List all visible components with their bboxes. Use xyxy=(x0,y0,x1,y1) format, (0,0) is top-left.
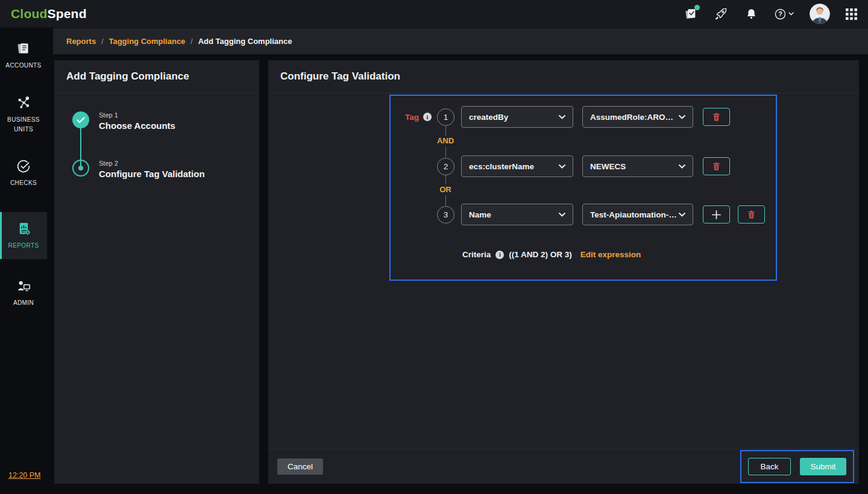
chevron-down-icon xyxy=(559,213,565,217)
sidebar-item-business-units[interactable]: BUSINESS UNITS xyxy=(0,95,47,134)
rule-number-badge: 1 xyxy=(437,108,454,126)
logo-part-spend: Spend xyxy=(47,7,86,20)
help-icon[interactable]: ? xyxy=(774,8,794,20)
criteria-expression: ((1 AND 2) OR 3) xyxy=(509,250,572,259)
logo-part-cloud: Cloud xyxy=(11,7,47,20)
connector-and-label: AND xyxy=(436,136,455,145)
wizard-footer: Cancel Back Submit xyxy=(268,449,859,484)
accounts-icon xyxy=(16,41,31,57)
notification-badge-dot xyxy=(694,5,700,10)
sidebar-item-admin[interactable]: ADMIN xyxy=(0,278,47,308)
tag-rule-row-3: 3 Name Test-Apiautomation-env xyxy=(437,204,765,225)
criteria-row: Criteria i ((1 AND 2) OR 3) Edit express… xyxy=(462,250,641,259)
tag-value-dropdown-2[interactable]: NEWECS xyxy=(582,155,693,177)
tag-value-dropdown-1[interactable]: AssumedRole:AROAQ... xyxy=(582,106,693,128)
rocket-icon[interactable] xyxy=(714,7,728,21)
sidebar: ACCOUNTS BUSINESS UNITS CHECKS xyxy=(0,28,47,494)
tag-info-icon[interactable]: i xyxy=(423,113,432,121)
stepper: Step 1 Choose Accounts Step 2 Configure … xyxy=(72,111,259,179)
reports-icon xyxy=(16,220,32,237)
chevron-down-icon xyxy=(679,164,685,169)
sidebar-item-accounts[interactable]: ACCOUNTS xyxy=(0,41,47,70)
chevron-down-icon xyxy=(679,213,685,217)
criteria-info-icon[interactable]: i xyxy=(495,251,504,259)
tag-rule-row-1: 1 createdBy AssumedRole:AROAQ... xyxy=(437,106,730,128)
tag-rule-row-2: 2 ecs:clusterName NEWECS xyxy=(437,155,730,177)
sidebar-item-label: REPORTS xyxy=(8,241,39,251)
breadcrumb: Reports / Tagging Compliance / Add Taggi… xyxy=(53,28,868,54)
breadcrumb-current: Add Tagging Compliance xyxy=(198,37,292,46)
sidebar-item-reports[interactable]: REPORTS xyxy=(0,212,47,259)
tag-label: Tag xyxy=(405,113,419,122)
breadcrumb-tagging-compliance[interactable]: Tagging Compliance xyxy=(108,37,185,46)
avatar[interactable] xyxy=(810,4,830,24)
tag-value-dropdown-3[interactable]: Test-Apiautomation-env xyxy=(582,204,693,225)
topbar: CloudSpend ? xyxy=(0,0,868,28)
step-1-label: Step 1 xyxy=(99,111,175,119)
step-1-choose-accounts[interactable]: Step 1 Choose Accounts xyxy=(72,111,259,131)
cloudspend-logo[interactable]: CloudSpend xyxy=(11,7,87,21)
rule-number-badge: 2 xyxy=(437,158,454,175)
tag-key-dropdown-3[interactable]: Name xyxy=(461,204,573,225)
business-units-icon xyxy=(16,95,32,111)
stepper-panel: Add Tagging Compliance Step 1 Choose Acc… xyxy=(54,60,259,484)
breadcrumb-reports[interactable]: Reports xyxy=(66,37,96,46)
tag-key-dropdown-1[interactable]: createdBy xyxy=(461,106,573,128)
stepper-panel-title: Add Tagging Compliance xyxy=(54,60,259,93)
footer-highlight-box: Back Submit xyxy=(740,450,854,483)
step-connector-line xyxy=(80,128,81,168)
connector-or-label: OR xyxy=(438,185,453,194)
step-2-title: Configure Tag Validation xyxy=(99,169,205,179)
sidebar-item-label: ADMIN xyxy=(13,298,34,308)
sidebar-item-label: BUSINESS UNITS xyxy=(4,115,43,134)
step-2-label: Step 2 xyxy=(99,160,205,167)
step-2-configure-tag-validation[interactable]: Step 2 Configure Tag Validation xyxy=(72,160,259,179)
trash-icon xyxy=(747,210,756,219)
delete-rule-button-1[interactable] xyxy=(703,108,730,126)
criteria-label: Criteria xyxy=(462,250,491,259)
chevron-down-icon xyxy=(559,115,565,119)
sidebar-item-label: ACCOUNTS xyxy=(5,61,41,70)
chevron-down-icon xyxy=(559,164,565,169)
tag-validation-highlight-box: Tag i AND OR 1 createdBy AssumedRole:ARO… xyxy=(389,95,777,281)
topbar-actions: ? xyxy=(684,4,857,24)
add-rule-button[interactable] xyxy=(703,205,730,224)
sidebar-item-label: CHECKS xyxy=(10,178,37,188)
checks-icon xyxy=(16,158,31,174)
submit-button[interactable]: Submit xyxy=(800,458,846,475)
edit-expression-link[interactable]: Edit expression xyxy=(580,250,641,259)
bell-icon[interactable] xyxy=(744,7,758,21)
plus-icon xyxy=(712,210,721,219)
rule-number-badge: 3 xyxy=(437,206,454,224)
status-time[interactable]: 12:20 PM xyxy=(8,471,41,480)
apps-grid-icon[interactable] xyxy=(846,8,857,20)
tasks-icon[interactable] xyxy=(684,7,698,21)
step-completed-check-icon xyxy=(72,111,89,128)
delete-rule-button-3[interactable] xyxy=(738,205,765,224)
tag-key-dropdown-2[interactable]: ecs:clusterName xyxy=(461,155,573,177)
admin-icon xyxy=(16,278,31,294)
breadcrumb-separator: / xyxy=(190,37,192,46)
svg-text:?: ? xyxy=(778,10,782,17)
delete-rule-button-2[interactable] xyxy=(703,157,730,175)
breadcrumb-separator: / xyxy=(101,37,103,46)
sidebar-item-checks[interactable]: CHECKS xyxy=(0,158,47,188)
chevron-down-icon xyxy=(679,115,685,119)
main-panel: Configure Tag Validation Tag i AND OR 1 … xyxy=(268,60,859,484)
main-panel-title: Configure Tag Validation xyxy=(268,60,859,93)
cancel-button[interactable]: Cancel xyxy=(277,458,323,475)
trash-icon xyxy=(712,161,721,171)
trash-icon xyxy=(712,112,721,122)
step-1-title: Choose Accounts xyxy=(99,120,175,131)
back-button[interactable]: Back xyxy=(748,458,791,475)
chevron-down-icon xyxy=(788,12,794,16)
